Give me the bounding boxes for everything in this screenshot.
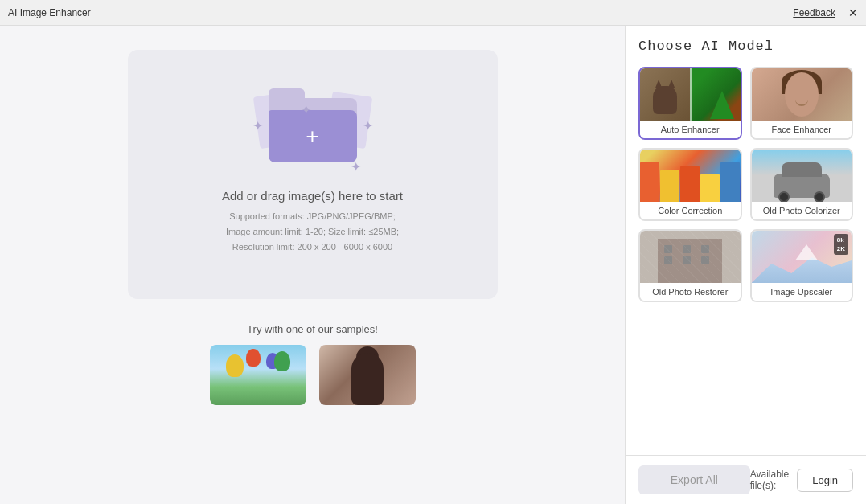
old-car [774,174,830,198]
cat-shape-left [653,86,677,114]
titlebar: AI Image Enhancer Feedback ✕ [0,0,866,26]
auto-enhancer-left [640,68,690,121]
model-label-color-correction: Color Correction [640,202,741,219]
drop-zone[interactable]: + ✦ ✦ ✦ ✦ Add or drag image(s) here to s… [128,50,498,299]
snow-top [795,244,818,260]
sparkle-icon-3: ✦ [363,118,373,133]
model-card-image-upscaler[interactable]: 8k2K Image Upscaler [750,229,854,302]
scratch-overlay [640,231,741,283]
face-oval [785,72,819,117]
balloon-red [246,349,261,367]
subtext-line3: Resolution limit: 200 x 200 - 6000 x 600… [232,242,392,252]
bottom-bar: Export All Available file(s): Login [626,455,866,504]
model-label-face-enhancer: Face Enhancer [752,121,852,138]
model-label-old-photo-colorizer: Old Photo Colorizer [752,202,852,219]
feedback-link[interactable]: Feedback [793,7,835,18]
model-label-auto-enhancer: Auto Enhancer [640,121,741,138]
titlebar-controls: Feedback ✕ [793,7,858,18]
model-thumb-old-colorizer [752,150,852,202]
building-3 [680,166,700,202]
balloon-yellow [226,354,244,377]
building-4 [700,174,720,202]
folder-front: + [269,110,357,162]
sparkle-icon-2: ✦ [301,102,311,117]
drop-zone-main-text: Add or drag image(s) here to start [222,189,403,203]
samples-row [210,345,416,405]
subtext-line2: Image amount limit: 1-20; Size limit: ≤2… [226,227,399,236]
login-button[interactable]: Login [797,469,853,492]
model-panel-content: Choose AI Model Auto Enhancer [626,26,866,455]
old-car-body [782,162,822,177]
export-all-button[interactable]: Export All [638,465,750,494]
samples-label: Try with one of our samples! [247,323,378,335]
model-thumb-auto-enhancer [640,68,741,121]
available-files-label: Available file(s): [750,469,789,491]
old-car-wheel-left [778,191,790,202]
drop-zone-icon: + ✦ ✦ ✦ ✦ [261,94,365,174]
model-thumb-color-correction [640,150,741,202]
sparkle-icon-4: ✦ [351,159,361,174]
model-card-face-enhancer[interactable]: Face Enhancer [750,67,854,140]
choose-model-title: Choose AI Model [638,39,853,54]
divider-line [690,68,692,121]
colored-buildings [640,162,741,202]
christmas-tree [710,91,734,119]
model-card-old-photo-restorer[interactable]: Old Photo Restorer [638,229,742,302]
model-card-color-correction[interactable]: Color Correction [638,148,742,221]
folder-plus-icon: + [306,125,318,148]
right-panel: Choose AI Model Auto Enhancer [625,26,866,504]
building-2 [660,170,679,202]
close-button[interactable]: ✕ [848,7,858,18]
drop-zone-sub-text: Supported formats: JPG/PNG/JPEG/BMP; Ima… [226,209,399,254]
model-card-old-photo-colorizer[interactable]: Old Photo Colorizer [750,148,854,221]
balloon-green [274,351,290,371]
model-label-old-photo-restorer: Old Photo Restorer [640,283,741,301]
sample-girl[interactable] [319,345,416,405]
model-grid: Auto Enhancer Face Enhancer [638,67,853,302]
sample-balloons[interactable] [210,345,306,405]
building-5 [720,162,740,202]
left-panel: + ✦ ✦ ✦ ✦ Add or drag image(s) here to s… [0,26,625,504]
upscale-badge: 8k2K [834,234,848,255]
sparkle-icon-1: ✦ [252,118,263,133]
model-card-auto-enhancer[interactable]: Auto Enhancer [638,67,742,140]
old-car-wheel-right [814,191,825,202]
building-1 [640,162,659,202]
available-files-area: Available file(s): Login [750,469,853,492]
auto-enhancer-right [690,68,740,121]
model-thumb-face-enhancer [752,68,852,121]
girl-silhouette [351,353,384,405]
main-layout: + ✦ ✦ ✦ ✦ Add or drag image(s) here to s… [0,26,866,504]
app-title: AI Image Enhancer [8,7,91,18]
model-label-image-upscaler: Image Upscaler [752,283,852,301]
model-thumb-image-upscaler: 8k2K [752,231,852,283]
model-thumb-old-restorer [640,231,741,283]
subtext-line1: Supported formats: JPG/PNG/JPEG/BMP; [229,211,396,221]
